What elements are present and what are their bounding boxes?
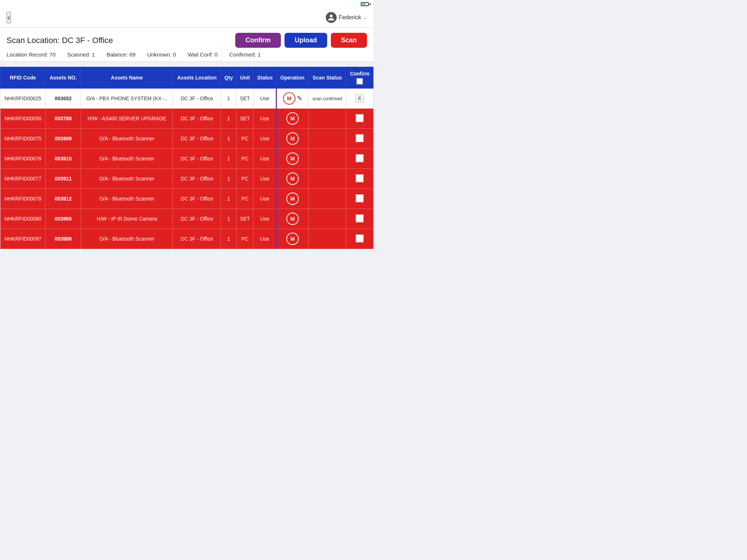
operation-icons: M	[280, 172, 305, 185]
confirm-cell[interactable]	[346, 189, 374, 209]
status: Use	[253, 229, 276, 249]
scan-button[interactable]: Scan	[331, 33, 367, 48]
table-container: RFID Code Assets NO. Assets Name Assets …	[0, 67, 374, 249]
col-rfid-code: RFID Code	[0, 67, 46, 89]
unit: PC	[236, 129, 253, 149]
table-header-row: RFID Code Assets NO. Assets Name Assets …	[0, 67, 374, 89]
unit: SET	[236, 209, 253, 229]
table-row: NHKRFID00050003788H/W - AS400 SERVER UPG…	[0, 109, 374, 129]
assets-location: DC 3F - Office	[173, 189, 221, 209]
edit-icon[interactable]: ✎	[297, 94, 302, 102]
confirm-cell[interactable]	[346, 229, 374, 249]
assets-no: 003788	[46, 109, 81, 129]
assets-location: DC 3F - Office	[173, 109, 221, 129]
confirm-cell[interactable]	[346, 209, 374, 229]
assets-location: DC 3F - Office	[173, 89, 221, 109]
table-row: NHKRFID00078003912O/A - Bluetooth Scanne…	[0, 189, 374, 209]
user-info[interactable]: Federick ⌄	[326, 12, 367, 23]
assets-no: 003988	[46, 229, 81, 249]
m-icon[interactable]: M	[286, 132, 299, 145]
operation: M	[276, 189, 309, 209]
rfid-code: NHKRFID00050	[0, 109, 46, 129]
assets-name: O/A - Bluetooth Scanner	[81, 149, 173, 169]
m-icon[interactable]: M	[286, 172, 299, 185]
qty: 1	[221, 109, 237, 129]
confirm-cell[interactable]	[346, 149, 374, 169]
upload-button[interactable]: Upload	[285, 33, 327, 48]
qty: 1	[221, 129, 237, 149]
confirm-checkbox[interactable]	[356, 134, 364, 142]
qty: 1	[221, 229, 237, 249]
assets-location: DC 3F - Office	[173, 149, 221, 169]
stat-balance: Balance: 69	[107, 51, 135, 58]
operation: M	[276, 149, 309, 169]
m-icon[interactable]: M	[286, 213, 299, 225]
confirm-cell[interactable]: C	[346, 89, 374, 109]
scan-status	[308, 109, 346, 129]
assets-name: O/A - Bluetooth Scanner	[81, 189, 173, 209]
confirm-checkbox[interactable]	[356, 154, 364, 162]
m-icon[interactable]: M	[286, 152, 299, 165]
status: Use	[253, 169, 276, 189]
battery-body	[361, 2, 369, 6]
status: Use	[253, 109, 276, 129]
avatar	[326, 12, 337, 23]
operation: M	[276, 109, 309, 129]
stats-row: Location Record: 70 Scanned: 1 Balance: …	[7, 51, 367, 58]
m-icon[interactable]: M	[286, 112, 299, 125]
assets-no: 003965	[46, 209, 81, 229]
rfid-code: NHKRFID00078	[0, 189, 46, 209]
assets-no: 003911	[46, 169, 81, 189]
assets-no: 003652	[46, 89, 81, 109]
confirm-checkbox-checked[interactable]: C	[356, 94, 364, 102]
col-unit: Unit	[236, 67, 253, 89]
scan-status	[308, 129, 346, 149]
assets-no: 003910	[46, 149, 81, 169]
table-row: NHKRFID00080003965H/W - IP IR Dome Camer…	[0, 209, 374, 229]
confirm-cell[interactable]	[346, 109, 374, 129]
operation: M	[276, 229, 309, 249]
battery-tip	[369, 3, 371, 5]
operation-icons: M	[280, 132, 305, 145]
assets-table: RFID Code Assets NO. Assets Name Assets …	[0, 67, 374, 249]
confirm-checkbox[interactable]	[356, 214, 364, 222]
confirm-cell[interactable]	[346, 129, 374, 149]
operation-icons: M	[280, 233, 305, 245]
confirm-checkbox[interactable]	[356, 174, 364, 182]
assets-location: DC 3F - Office	[173, 169, 221, 189]
location-title: Scan Location: DC 3F - Office	[7, 36, 113, 45]
scan-status	[308, 229, 346, 249]
battery-fill	[362, 3, 365, 5]
col-assets-location: Assets Location	[173, 67, 221, 89]
table-row: NHKRFID00025003652O/A - PBX PHONE SYSTEM…	[0, 89, 374, 109]
stat-scanned: Scanned: 1	[67, 51, 95, 58]
assets-name: H/W - IP IR Dome Camera	[81, 209, 173, 229]
operation: M	[276, 169, 309, 189]
button-group: Confirm Upload Scan	[235, 33, 367, 48]
m-icon[interactable]: M	[283, 92, 295, 105]
assets-name: H/W - AS400 SERVER UPGRADE	[81, 109, 173, 129]
operation-icons: M✎	[280, 92, 305, 105]
confirm-button[interactable]: Confirm	[235, 33, 281, 48]
confirm-checkbox[interactable]	[356, 114, 364, 122]
confirm-label: Confirm	[350, 71, 369, 77]
unit: PC	[236, 149, 253, 169]
confirm-checkbox[interactable]	[356, 194, 364, 202]
qty: 1	[221, 189, 237, 209]
operation: M	[276, 209, 309, 229]
m-icon[interactable]: M	[286, 233, 299, 245]
rfid-code: NHKRFID00075	[0, 129, 46, 149]
back-button[interactable]: ‹	[7, 12, 11, 23]
operation-icons: M	[280, 192, 305, 205]
rfid-code: NHKRFID00077	[0, 169, 46, 189]
status-bar	[0, 0, 374, 7]
confirm-header-checkbox[interactable]	[356, 78, 363, 85]
qty: 1	[221, 89, 237, 109]
m-icon[interactable]: M	[286, 192, 299, 205]
confirm-checkbox[interactable]	[356, 234, 364, 242]
assets-name: O/A - PBX PHONE SYSTEM (KX-...	[81, 89, 173, 109]
battery-indicator	[361, 2, 371, 6]
scan-status	[308, 209, 346, 229]
unit: PC	[236, 189, 253, 209]
confirm-cell[interactable]	[346, 169, 374, 189]
